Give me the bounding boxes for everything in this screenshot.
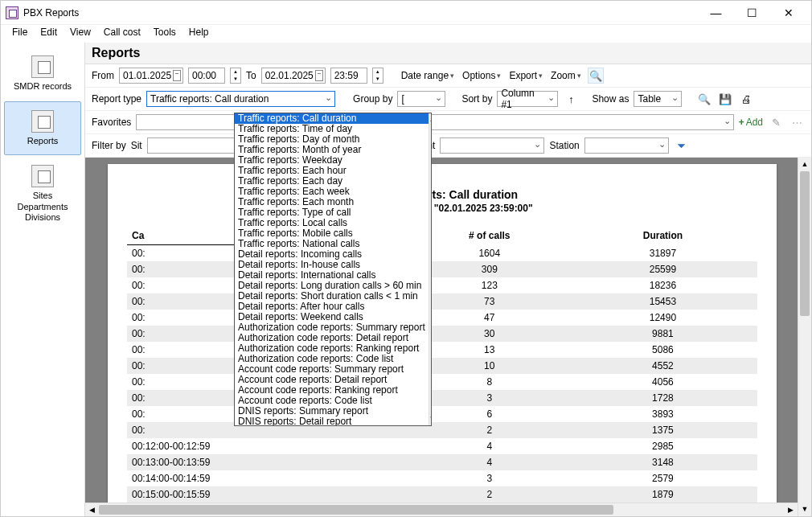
dropdown-option[interactable]: Traffic reports: Call duration [235,113,429,124]
dropdown-option[interactable]: Detail reports: Weekend calls [235,312,429,322]
dropdown-option[interactable]: Authorization code reports: Code list [235,354,429,364]
dropdown-option[interactable]: Detail reports: Long duration calls > 60… [235,281,429,291]
favorites-combo[interactable] [136,114,733,130]
dropdown-option[interactable]: DNIS reports: Detail report [235,416,429,426]
save-icon[interactable]: 💾 [717,91,733,107]
date-range-dropdown[interactable]: Date range [400,70,456,81]
nav-smdr-records[interactable]: SMDR records [1,47,84,100]
to-time-input[interactable] [330,68,367,84]
cell-duration: 9881 [568,326,757,342]
sort-by-value: Column #1 [501,88,546,110]
dropdown-scrollbar[interactable]: ▲ ▼ [429,113,432,425]
dropdown-option[interactable]: Traffic reports: Weekday [235,155,429,166]
to-time-spinner[interactable]: ▲▼ [372,68,383,84]
dropdown-option[interactable]: DNIS reports: Summary report [235,406,429,416]
from-time-input[interactable] [188,68,225,84]
nav-sites[interactable]: Sites Departments Divisions [1,157,84,231]
edit-favorite-icon[interactable]: ✎ [768,114,784,130]
dropdown-option[interactable]: Traffic reports: Each day [235,176,429,187]
dropdown-option[interactable]: Detail reports: In-house calls [235,260,429,270]
menu-file[interactable]: File [12,27,27,38]
close-button[interactable]: ✕ [770,2,806,24]
maximize-button[interactable]: ☐ [734,2,770,24]
dropdown-option[interactable]: Traffic reports: National calls [235,239,429,249]
show-as-label: Show as [592,93,629,105]
options-dropdown[interactable]: Options [461,70,502,81]
dropdown-option[interactable]: Detail reports: International calls [235,270,429,281]
zoom-dropdown[interactable]: Zoom [549,70,583,81]
menu-callcost[interactable]: Call cost [104,27,141,38]
horizontal-scroll-thumb[interactable] [99,505,613,515]
department-combo[interactable] [440,137,544,154]
dropdown-option[interactable]: Traffic reports: Local calls [235,218,429,228]
table-row: 00:63893 [127,406,757,422]
sort-by-combo[interactable]: Column #1 [497,91,558,107]
table-row: 00:84056 [127,374,757,390]
nav-label-smdr: SMDR records [14,81,72,91]
group-by-value: [ [401,93,404,105]
dropdown-option[interactable]: Traffic reports: Each hour [235,166,429,176]
dropdown-option[interactable]: Traffic reports: Mobile calls [235,228,429,239]
show-as-combo[interactable]: Table [634,91,682,107]
dropdown-option[interactable]: Account code reports: Ranking report [235,385,429,396]
scroll-up-icon[interactable]: ▲ [798,158,811,171]
dropdown-option[interactable]: Traffic reports: Type of call [235,207,429,218]
cell-range: 00:12:00-00:12:59 [127,438,411,454]
dropdown-option[interactable]: Account code reports: Detail report [235,375,429,385]
dropdown-option[interactable]: Authorization code reports: Detail repor… [235,333,429,343]
preview-icon[interactable]: 🔍 [696,91,712,107]
dropdown-option[interactable]: Account code reports: Code list [235,396,429,406]
menu-view[interactable]: View [70,27,91,38]
horizontal-scrollbar[interactable]: ◀ ▶ [85,503,798,516]
from-date-input[interactable]: 01.01.2025 [119,68,183,84]
scroll-right-icon[interactable]: ▶ [784,503,798,516]
search-icon[interactable]: 🔍 [588,68,604,84]
dropdown-option[interactable]: Detail reports: Incoming calls [235,249,429,260]
from-time-spinner[interactable]: ▲▼ [230,68,241,84]
more-icon[interactable]: ⋯ [789,114,805,130]
group-by-combo[interactable]: [ [397,91,445,107]
calendar-icon[interactable] [315,70,323,81]
left-nav: SMDR records Reports Sites Departments D… [1,43,85,516]
cell-duration: 2579 [568,470,757,486]
minimize-button[interactable]: — [698,2,734,24]
dropdown-option[interactable]: Detail reports: After hour calls [235,302,429,312]
menu-edit[interactable]: Edit [40,27,57,38]
dropdown-option[interactable]: Authorization code reports: Summary repo… [235,322,429,333]
print-icon[interactable]: 🖨 [738,91,754,107]
dropdown-option[interactable]: Traffic reports: Each week [235,187,429,197]
table-row: 00:104552 [127,358,757,374]
nav-reports[interactable]: Reports [4,101,81,155]
menu-tools[interactable]: Tools [154,27,176,38]
table-row: 00:12:00-00:12:5942985 [127,438,757,454]
filter-icon[interactable]: ⏷ [674,137,690,154]
add-favorite-button[interactable]: Add [739,117,763,128]
calendar-icon[interactable] [173,70,181,81]
table-row: 00:7315453 [127,293,757,310]
vertical-scrollbar[interactable]: ▲ ▼ [798,158,811,516]
app-icon [6,6,18,19]
report-type-dropdown-list[interactable]: Traffic reports: Call durationTraffic re… [234,113,432,426]
report-type-combo[interactable]: Traffic reports: Call duration [146,91,335,107]
scroll-down-icon[interactable]: ▼ [798,503,811,516]
menu-help[interactable]: Help [189,27,209,38]
station-combo[interactable] [584,137,669,154]
dropdown-option[interactable]: Traffic reports: Month of year [235,145,429,155]
cell-calls: 13 [411,342,568,358]
cell-calls: 10 [411,358,568,374]
dropdown-option[interactable]: Authorization code reports: Ranking repo… [235,343,429,354]
dropdown-option[interactable]: Detail reports: Short duration calls < 1… [235,291,429,302]
toolbar-date-range: From 01.01.2025 ▲▼ To 02.01.2025 ▲▼ Date… [85,64,811,88]
table-row: 00:30925599 [127,261,757,277]
scroll-left-icon[interactable]: ◀ [85,503,99,516]
vertical-scroll-thumb[interactable] [800,171,810,316]
sort-ascending-icon[interactable]: ↑ [563,91,579,107]
export-dropdown[interactable]: Export [507,70,544,81]
to-date-input[interactable]: 02.01.2025 [261,68,326,84]
dropdown-option[interactable]: Traffic reports: Time of day [235,124,429,134]
dropdown-option[interactable]: Traffic reports: Day of month [235,134,429,145]
dropdown-option[interactable]: Account code reports: Summary report [235,364,429,375]
toolbar-filter: Filter by Sit Department Station ⏷ [85,134,811,158]
cell-calls: 3 [411,390,568,406]
dropdown-option[interactable]: Traffic reports: Each month [235,197,429,207]
